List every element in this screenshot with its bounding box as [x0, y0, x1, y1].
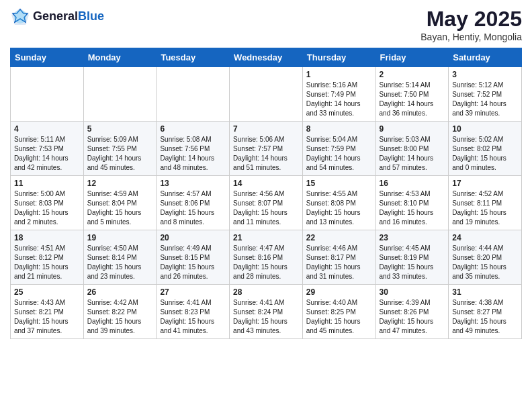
calendar-cell: 2Sunrise: 5:14 AMSunset: 7:50 PMDaylight… [375, 67, 449, 122]
day-info: Sunrise: 5:12 AMSunset: 7:52 PMDaylight:… [452, 81, 518, 118]
day-info: Sunrise: 4:45 AMSunset: 8:19 PMDaylight:… [380, 244, 445, 281]
day-number: 27 [160, 287, 226, 297]
day-info: Sunrise: 4:50 AMSunset: 8:14 PMDaylight:… [87, 244, 153, 281]
calendar-cell: 30Sunrise: 4:39 AMSunset: 8:26 PMDayligh… [375, 285, 449, 339]
logo-blue: Blue [78, 10, 104, 24]
calendar-week-1: 1Sunrise: 5:16 AMSunset: 7:49 PMDaylight… [11, 67, 522, 122]
day-number: 31 [452, 287, 518, 297]
calendar-cell: 3Sunrise: 5:12 AMSunset: 7:52 PMDaylight… [449, 67, 522, 122]
day-info: Sunrise: 4:47 AMSunset: 8:16 PMDaylight:… [233, 244, 299, 281]
calendar-cell: 31Sunrise: 4:38 AMSunset: 8:27 PMDayligh… [449, 285, 522, 339]
calendar-cell: 29Sunrise: 4:40 AMSunset: 8:25 PMDayligh… [302, 285, 375, 339]
logo-text: General Blue [33, 10, 104, 24]
day-info: Sunrise: 4:56 AMSunset: 8:07 PMDaylight:… [233, 189, 299, 227]
calendar-cell [230, 67, 303, 122]
calendar: SundayMondayTuesdayWednesdayThursdayFrid… [10, 48, 522, 339]
day-info: Sunrise: 4:40 AMSunset: 8:25 PMDaylight:… [306, 298, 372, 336]
location: Bayan, Hentiy, Mongolia [420, 32, 522, 42]
day-number: 1 [306, 70, 372, 79]
header: General Blue May 2025 Bayan, Hentiy, Mon… [10, 7, 522, 42]
calendar-cell: 7Sunrise: 5:06 AMSunset: 7:57 PMDaylight… [230, 122, 303, 176]
weekday-header-tuesday: Tuesday [157, 48, 230, 67]
day-number: 20 [160, 233, 226, 242]
calendar-cell [83, 67, 157, 122]
calendar-cell: 16Sunrise: 4:53 AMSunset: 8:10 PMDayligh… [375, 176, 449, 230]
calendar-cell: 26Sunrise: 4:42 AMSunset: 8:22 PMDayligh… [83, 285, 157, 339]
calendar-cell: 13Sunrise: 4:57 AMSunset: 8:06 PMDayligh… [157, 176, 230, 230]
day-number: 5 [87, 124, 153, 134]
day-info: Sunrise: 5:03 AMSunset: 8:00 PMDaylight:… [380, 135, 445, 173]
day-number: 8 [306, 124, 372, 134]
calendar-cell [11, 67, 84, 122]
day-number: 28 [233, 287, 299, 297]
weekday-header-sunday: Sunday [11, 48, 84, 67]
title-area: May 2025 Bayan, Hentiy, Mongolia [420, 7, 522, 42]
day-number: 10 [452, 124, 518, 134]
calendar-cell: 10Sunrise: 5:02 AMSunset: 8:02 PMDayligh… [449, 122, 522, 176]
weekday-header-wednesday: Wednesday [230, 48, 303, 67]
day-info: Sunrise: 4:42 AMSunset: 8:22 PMDaylight:… [87, 298, 153, 336]
calendar-week-4: 18Sunrise: 4:51 AMSunset: 8:12 PMDayligh… [11, 230, 522, 285]
calendar-cell: 14Sunrise: 4:56 AMSunset: 8:07 PMDayligh… [230, 176, 303, 230]
calendar-cell: 9Sunrise: 5:03 AMSunset: 8:00 PMDaylight… [375, 122, 449, 176]
day-number: 24 [452, 233, 518, 242]
day-number: 3 [452, 70, 518, 79]
day-info: Sunrise: 5:16 AMSunset: 7:49 PMDaylight:… [306, 81, 372, 118]
day-number: 16 [380, 179, 445, 188]
day-info: Sunrise: 5:11 AMSunset: 7:53 PMDaylight:… [14, 135, 80, 173]
day-number: 2 [380, 70, 445, 79]
day-number: 4 [14, 124, 80, 134]
calendar-cell: 25Sunrise: 4:43 AMSunset: 8:21 PMDayligh… [11, 285, 84, 339]
day-info: Sunrise: 4:41 AMSunset: 8:23 PMDaylight:… [160, 298, 226, 336]
day-info: Sunrise: 4:51 AMSunset: 8:12 PMDaylight:… [14, 244, 80, 281]
day-info: Sunrise: 4:57 AMSunset: 8:06 PMDaylight:… [160, 189, 226, 227]
calendar-week-2: 4Sunrise: 5:11 AMSunset: 7:53 PMDaylight… [11, 122, 522, 176]
day-info: Sunrise: 4:52 AMSunset: 8:11 PMDaylight:… [452, 189, 518, 227]
day-number: 18 [14, 233, 80, 242]
calendar-cell: 27Sunrise: 4:41 AMSunset: 8:23 PMDayligh… [157, 285, 230, 339]
weekday-header-friday: Friday [375, 48, 449, 67]
day-number: 30 [380, 287, 445, 297]
day-number: 19 [87, 233, 153, 242]
day-info: Sunrise: 4:44 AMSunset: 8:20 PMDaylight:… [452, 244, 518, 281]
calendar-cell: 5Sunrise: 5:09 AMSunset: 7:55 PMDaylight… [83, 122, 157, 176]
logo-icon [10, 7, 30, 27]
day-number: 11 [14, 179, 80, 188]
day-number: 9 [380, 124, 445, 134]
day-info: Sunrise: 4:55 AMSunset: 8:08 PMDaylight:… [306, 189, 372, 227]
day-info: Sunrise: 5:14 AMSunset: 7:50 PMDaylight:… [380, 81, 445, 118]
day-info: Sunrise: 4:53 AMSunset: 8:10 PMDaylight:… [380, 189, 445, 227]
calendar-cell: 28Sunrise: 4:41 AMSunset: 8:24 PMDayligh… [230, 285, 303, 339]
weekday-header-monday: Monday [83, 48, 157, 67]
calendar-cell: 22Sunrise: 4:46 AMSunset: 8:17 PMDayligh… [302, 230, 375, 285]
day-info: Sunrise: 5:08 AMSunset: 7:56 PMDaylight:… [160, 135, 226, 173]
calendar-cell: 15Sunrise: 4:55 AMSunset: 8:08 PMDayligh… [302, 176, 375, 230]
day-number: 22 [306, 233, 372, 242]
calendar-cell: 8Sunrise: 5:04 AMSunset: 7:59 PMDaylight… [302, 122, 375, 176]
day-number: 21 [233, 233, 299, 242]
weekday-header-thursday: Thursday [302, 48, 375, 67]
day-info: Sunrise: 4:43 AMSunset: 8:21 PMDaylight:… [14, 298, 80, 336]
calendar-cell [157, 67, 230, 122]
calendar-cell: 19Sunrise: 4:50 AMSunset: 8:14 PMDayligh… [83, 230, 157, 285]
day-info: Sunrise: 5:04 AMSunset: 7:59 PMDaylight:… [306, 135, 372, 173]
day-number: 15 [306, 179, 372, 188]
calendar-cell: 18Sunrise: 4:51 AMSunset: 8:12 PMDayligh… [11, 230, 84, 285]
day-number: 14 [233, 179, 299, 188]
calendar-cell: 23Sunrise: 4:45 AMSunset: 8:19 PMDayligh… [375, 230, 449, 285]
calendar-cell: 21Sunrise: 4:47 AMSunset: 8:16 PMDayligh… [230, 230, 303, 285]
month-year: May 2025 [420, 7, 522, 32]
day-info: Sunrise: 4:38 AMSunset: 8:27 PMDaylight:… [452, 298, 518, 336]
calendar-cell: 20Sunrise: 4:49 AMSunset: 8:15 PMDayligh… [157, 230, 230, 285]
day-number: 13 [160, 179, 226, 188]
day-info: Sunrise: 4:39 AMSunset: 8:26 PMDaylight:… [380, 298, 445, 336]
day-number: 25 [14, 287, 80, 297]
day-number: 7 [233, 124, 299, 134]
calendar-cell: 17Sunrise: 4:52 AMSunset: 8:11 PMDayligh… [449, 176, 522, 230]
calendar-cell: 12Sunrise: 4:59 AMSunset: 8:04 PMDayligh… [83, 176, 157, 230]
weekday-header-row: SundayMondayTuesdayWednesdayThursdayFrid… [11, 48, 522, 67]
day-info: Sunrise: 5:00 AMSunset: 8:03 PMDaylight:… [14, 189, 80, 227]
calendar-cell: 6Sunrise: 5:08 AMSunset: 7:56 PMDaylight… [157, 122, 230, 176]
day-number: 26 [87, 287, 153, 297]
calendar-week-5: 25Sunrise: 4:43 AMSunset: 8:21 PMDayligh… [11, 285, 522, 339]
